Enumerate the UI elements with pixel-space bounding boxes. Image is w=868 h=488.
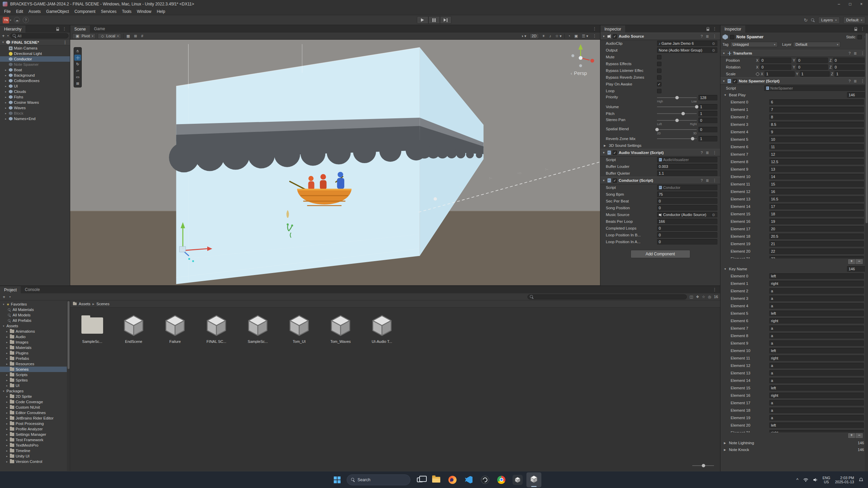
- scrollbar-vertical[interactable]: [67, 300, 70, 471]
- help-icon[interactable]: ?: [700, 34, 703, 38]
- tree-item-all-models[interactable]: All Models: [0, 312, 70, 318]
- element-value-field[interactable]: 20: [769, 226, 864, 232]
- hierarchy-item-boat[interactable]: ▸Boat: [0, 67, 70, 73]
- tree-package-unity-ui[interactable]: ▸Unity UI: [0, 453, 70, 459]
- array-add-button[interactable]: +: [848, 259, 855, 264]
- checkbox-loop[interactable]: [657, 89, 661, 93]
- field-buffer-quieter[interactable]: 1.1: [657, 171, 717, 176]
- play-button[interactable]: [417, 16, 428, 24]
- tree-assets[interactable]: ▾Assets: [0, 323, 70, 329]
- tree-package-test-framework[interactable]: ▸Test Framework: [0, 437, 70, 443]
- tree-folder-images[interactable]: ▸Images: [0, 339, 70, 345]
- position-y-field[interactable]: 0: [796, 58, 828, 63]
- start-button[interactable]: [330, 472, 345, 487]
- lock-icon[interactable]: [56, 29, 59, 31]
- add-component-button[interactable]: Add Component: [631, 250, 690, 258]
- panel-menu-icon[interactable]: ⋮: [711, 26, 718, 31]
- camera-settings-icon[interactable]: ▣: [573, 34, 579, 38]
- field-loop-position-in-a[interactable]: 0: [657, 239, 717, 245]
- array-foldout-beat-play[interactable]: ▼Beat Play146: [720, 92, 868, 98]
- scrollbar-vertical[interactable]: [865, 33, 868, 471]
- element-value-field[interactable]: 22: [769, 249, 864, 254]
- element-value-field[interactable]: left: [769, 348, 864, 353]
- cloud-services-icon[interactable]: ☁: [14, 17, 20, 23]
- tag-dropdown[interactable]: Untagged▾: [730, 42, 778, 47]
- gizmos-dropdown[interactable]: ☰ ▾: [581, 34, 589, 38]
- foldout-arrow-icon[interactable]: ▼: [602, 35, 606, 38]
- element-value-field[interactable]: 6: [769, 99, 864, 105]
- snap-grid-icon[interactable]: #: [140, 34, 144, 38]
- asset-item-final-sc[interactable]: FINAL SC...: [196, 312, 237, 344]
- expand-arrow-icon[interactable]: ▾: [2, 303, 5, 306]
- tree-package-textmeshpro[interactable]: ▸TextMeshPro: [0, 443, 70, 448]
- taskbar-app-chrome[interactable]: [494, 472, 509, 487]
- lock-icon[interactable]: [854, 29, 857, 31]
- rotate-tool-button[interactable]: ↻: [74, 61, 81, 67]
- element-value-field[interactable]: right: [769, 318, 864, 324]
- expand-arrow-icon[interactable]: ▸: [4, 74, 7, 77]
- menu-edit[interactable]: Edit: [13, 8, 26, 15]
- array-foldout-note-lightning[interactable]: ▶Note Lightning146: [720, 440, 868, 446]
- slider-value-field[interactable]: 1: [698, 104, 717, 110]
- layout-dropdown[interactable]: Default▾: [843, 17, 865, 24]
- slider-value-field[interactable]: 1: [698, 111, 717, 116]
- active-checkbox[interactable]: [730, 35, 734, 39]
- help-circle-icon[interactable]: ?: [23, 17, 29, 23]
- slider-priority[interactable]: HighLow: [657, 95, 697, 100]
- slider-value-field[interactable]: 1: [698, 136, 717, 141]
- tree-folder-plugins[interactable]: ▸Plugins: [0, 350, 70, 356]
- menu-services[interactable]: Services: [98, 8, 119, 15]
- object-picker-icon[interactable]: ⊙: [711, 213, 716, 217]
- menu-window[interactable]: Window: [134, 8, 154, 15]
- component-enabled-checkbox[interactable]: ✓: [733, 79, 737, 83]
- presets-icon[interactable]: ≣: [705, 178, 710, 183]
- element-value-field[interactable]: 9: [769, 129, 864, 135]
- element-value-field[interactable]: 16.5: [769, 196, 864, 202]
- search-by-type-icon[interactable]: ◫: [690, 295, 693, 299]
- scale-tool-button[interactable]: ▱: [74, 67, 81, 74]
- element-value-field[interactable]: 11: [769, 144, 864, 150]
- save-search-icon[interactable]: ☆: [702, 295, 705, 299]
- tree-package-editor-coroutines[interactable]: ▸Editor Coroutines: [0, 410, 70, 415]
- hierarchy-item-cosine-waves[interactable]: ▸Cosine Waves: [0, 100, 70, 105]
- tab-hierarchy[interactable]: Hierarchy: [0, 25, 25, 33]
- undo-history-icon[interactable]: ↻: [804, 18, 808, 23]
- panel-menu-icon[interactable]: ⋮: [591, 34, 598, 38]
- taskbar-app-unity-editor[interactable]: [526, 472, 541, 487]
- tree-package-2d-sprite[interactable]: ▸2D Sprite: [0, 394, 70, 399]
- gameobject-name[interactable]: Note Spawner: [736, 35, 764, 39]
- element-value-field[interactable]: 23: [769, 256, 864, 258]
- field-song-position[interactable]: 0: [657, 205, 717, 211]
- hierarchy-item-conductor[interactable]: Conductor: [0, 56, 70, 62]
- expand-arrow-icon[interactable]: ▾: [2, 390, 5, 393]
- presets-icon[interactable]: ≣: [705, 151, 710, 155]
- element-value-field[interactable]: left: [769, 273, 864, 279]
- element-value-field[interactable]: right: [769, 430, 864, 432]
- language-indicator[interactable]: ENGUS: [823, 476, 830, 484]
- array-size-field[interactable]: 146: [847, 92, 865, 98]
- scene-audio-toggle[interactable]: ♪: [548, 34, 553, 38]
- help-icon[interactable]: ?: [700, 178, 703, 182]
- volume-icon[interactable]: [813, 478, 818, 482]
- script-field[interactable]: NoteSpawner: [764, 85, 865, 91]
- pause-button[interactable]: [428, 16, 440, 24]
- menu-help[interactable]: Help: [154, 8, 168, 15]
- object-field-output[interactable]: None (Audio Mixer Group)⊙: [657, 47, 717, 53]
- expand-arrow-icon[interactable]: ▸: [4, 79, 7, 82]
- tree-package-timeline[interactable]: ▸Timeline: [0, 448, 70, 453]
- menu-file[interactable]: File: [1, 8, 13, 15]
- slider-pitch[interactable]: [657, 111, 697, 116]
- menu-gameobject[interactable]: GameObject: [43, 8, 72, 15]
- hierarchy-item-names-end[interactable]: ▸Names+End: [0, 116, 70, 121]
- presets-icon[interactable]: ≣: [853, 79, 857, 83]
- tree-folder-animations[interactable]: ▸Animations: [0, 329, 70, 334]
- menu-component[interactable]: Component: [72, 8, 98, 15]
- element-value-field[interactable]: 13: [769, 167, 864, 172]
- hidden-packages-icon[interactable]: ◎: [708, 295, 711, 299]
- field-song-bpm[interactable]: 75: [657, 192, 717, 197]
- grid-visibility-icon[interactable]: ▦: [126, 34, 131, 38]
- array-remove-button[interactable]: −: [855, 259, 863, 264]
- expand-arrow-icon[interactable]: ▸: [4, 85, 7, 88]
- element-value-field[interactable]: 15: [769, 181, 864, 187]
- transform-tool-button[interactable]: ⊞: [74, 80, 81, 86]
